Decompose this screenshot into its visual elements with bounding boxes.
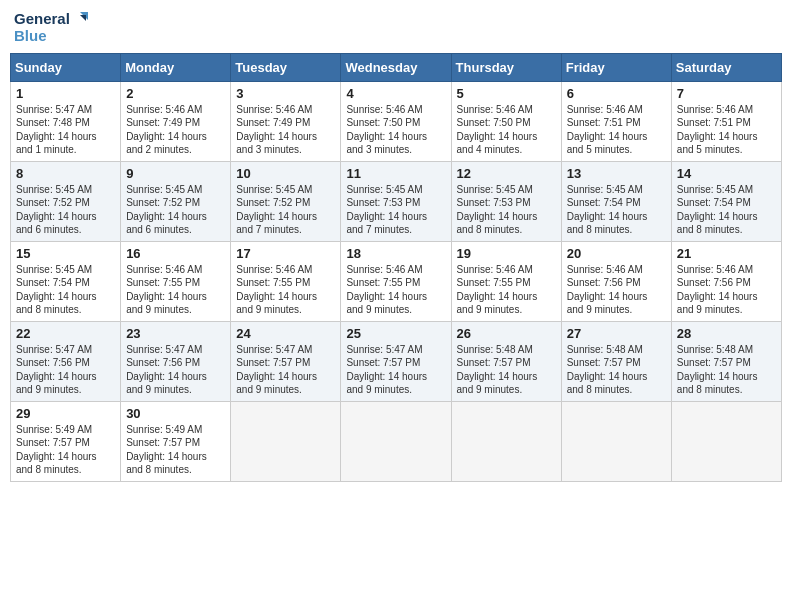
calendar-cell: 23 Sunrise: 5:47 AMSunset: 7:56 PMDaylig… [121, 321, 231, 401]
header-friday: Friday [561, 53, 671, 81]
calendar-table: SundayMondayTuesdayWednesdayThursdayFrid… [10, 53, 782, 482]
calendar-cell: 26 Sunrise: 5:48 AMSunset: 7:57 PMDaylig… [451, 321, 561, 401]
calendar-cell: 1 Sunrise: 5:47 AMSunset: 7:48 PMDayligh… [11, 81, 121, 161]
day-number: 2 [126, 86, 225, 101]
logo: General Blue [14, 10, 90, 45]
logo-general: General [14, 11, 70, 28]
day-number: 20 [567, 246, 666, 261]
calendar-cell: 22 Sunrise: 5:47 AMSunset: 7:56 PMDaylig… [11, 321, 121, 401]
day-number: 28 [677, 326, 776, 341]
calendar-cell: 30 Sunrise: 5:49 AMSunset: 7:57 PMDaylig… [121, 401, 231, 481]
cell-info: Sunrise: 5:49 AMSunset: 7:57 PMDaylight:… [126, 424, 207, 476]
day-number: 11 [346, 166, 445, 181]
calendar-cell: 20 Sunrise: 5:46 AMSunset: 7:56 PMDaylig… [561, 241, 671, 321]
cell-info: Sunrise: 5:46 AMSunset: 7:55 PMDaylight:… [346, 264, 427, 316]
calendar-cell: 2 Sunrise: 5:46 AMSunset: 7:49 PMDayligh… [121, 81, 231, 161]
day-number: 13 [567, 166, 666, 181]
logo-icon [72, 10, 90, 28]
header-sunday: Sunday [11, 53, 121, 81]
page-header: General Blue [10, 10, 782, 45]
calendar-cell: 13 Sunrise: 5:45 AMSunset: 7:54 PMDaylig… [561, 161, 671, 241]
cell-info: Sunrise: 5:45 AMSunset: 7:52 PMDaylight:… [126, 184, 207, 236]
calendar-cell: 9 Sunrise: 5:45 AMSunset: 7:52 PMDayligh… [121, 161, 231, 241]
header-saturday: Saturday [671, 53, 781, 81]
svg-marker-1 [80, 15, 86, 21]
header-thursday: Thursday [451, 53, 561, 81]
calendar-cell [231, 401, 341, 481]
cell-info: Sunrise: 5:46 AMSunset: 7:55 PMDaylight:… [236, 264, 317, 316]
day-number: 6 [567, 86, 666, 101]
calendar-cell [341, 401, 451, 481]
day-number: 15 [16, 246, 115, 261]
cell-info: Sunrise: 5:48 AMSunset: 7:57 PMDaylight:… [677, 344, 758, 396]
day-number: 4 [346, 86, 445, 101]
calendar-cell: 25 Sunrise: 5:47 AMSunset: 7:57 PMDaylig… [341, 321, 451, 401]
day-number: 14 [677, 166, 776, 181]
calendar-cell: 21 Sunrise: 5:46 AMSunset: 7:56 PMDaylig… [671, 241, 781, 321]
cell-info: Sunrise: 5:46 AMSunset: 7:55 PMDaylight:… [457, 264, 538, 316]
cell-info: Sunrise: 5:48 AMSunset: 7:57 PMDaylight:… [457, 344, 538, 396]
calendar-week-row: 15 Sunrise: 5:45 AMSunset: 7:54 PMDaylig… [11, 241, 782, 321]
cell-info: Sunrise: 5:46 AMSunset: 7:50 PMDaylight:… [457, 104, 538, 156]
calendar-cell [561, 401, 671, 481]
calendar-cell [451, 401, 561, 481]
calendar-cell: 6 Sunrise: 5:46 AMSunset: 7:51 PMDayligh… [561, 81, 671, 161]
day-number: 29 [16, 406, 115, 421]
header-tuesday: Tuesday [231, 53, 341, 81]
calendar-week-row: 29 Sunrise: 5:49 AMSunset: 7:57 PMDaylig… [11, 401, 782, 481]
cell-info: Sunrise: 5:45 AMSunset: 7:53 PMDaylight:… [346, 184, 427, 236]
day-number: 16 [126, 246, 225, 261]
cell-info: Sunrise: 5:49 AMSunset: 7:57 PMDaylight:… [16, 424, 97, 476]
day-number: 1 [16, 86, 115, 101]
calendar-cell: 5 Sunrise: 5:46 AMSunset: 7:50 PMDayligh… [451, 81, 561, 161]
calendar-header-row: SundayMondayTuesdayWednesdayThursdayFrid… [11, 53, 782, 81]
cell-info: Sunrise: 5:45 AMSunset: 7:54 PMDaylight:… [16, 264, 97, 316]
cell-info: Sunrise: 5:46 AMSunset: 7:56 PMDaylight:… [567, 264, 648, 316]
cell-info: Sunrise: 5:46 AMSunset: 7:51 PMDaylight:… [677, 104, 758, 156]
calendar-cell: 12 Sunrise: 5:45 AMSunset: 7:53 PMDaylig… [451, 161, 561, 241]
calendar-week-row: 1 Sunrise: 5:47 AMSunset: 7:48 PMDayligh… [11, 81, 782, 161]
calendar-cell: 18 Sunrise: 5:46 AMSunset: 7:55 PMDaylig… [341, 241, 451, 321]
day-number: 10 [236, 166, 335, 181]
day-number: 18 [346, 246, 445, 261]
calendar-cell: 11 Sunrise: 5:45 AMSunset: 7:53 PMDaylig… [341, 161, 451, 241]
calendar-cell: 27 Sunrise: 5:48 AMSunset: 7:57 PMDaylig… [561, 321, 671, 401]
header-wednesday: Wednesday [341, 53, 451, 81]
cell-info: Sunrise: 5:47 AMSunset: 7:56 PMDaylight:… [16, 344, 97, 396]
day-number: 7 [677, 86, 776, 101]
calendar-cell: 28 Sunrise: 5:48 AMSunset: 7:57 PMDaylig… [671, 321, 781, 401]
cell-info: Sunrise: 5:46 AMSunset: 7:49 PMDaylight:… [236, 104, 317, 156]
day-number: 17 [236, 246, 335, 261]
day-number: 26 [457, 326, 556, 341]
calendar-cell: 10 Sunrise: 5:45 AMSunset: 7:52 PMDaylig… [231, 161, 341, 241]
calendar-cell: 29 Sunrise: 5:49 AMSunset: 7:57 PMDaylig… [11, 401, 121, 481]
day-number: 27 [567, 326, 666, 341]
calendar-cell: 16 Sunrise: 5:46 AMSunset: 7:55 PMDaylig… [121, 241, 231, 321]
cell-info: Sunrise: 5:46 AMSunset: 7:50 PMDaylight:… [346, 104, 427, 156]
calendar-cell [671, 401, 781, 481]
logo-container: General Blue [14, 10, 90, 45]
day-number: 24 [236, 326, 335, 341]
cell-info: Sunrise: 5:47 AMSunset: 7:57 PMDaylight:… [346, 344, 427, 396]
cell-info: Sunrise: 5:45 AMSunset: 7:53 PMDaylight:… [457, 184, 538, 236]
day-number: 22 [16, 326, 115, 341]
calendar-cell: 19 Sunrise: 5:46 AMSunset: 7:55 PMDaylig… [451, 241, 561, 321]
calendar-cell: 7 Sunrise: 5:46 AMSunset: 7:51 PMDayligh… [671, 81, 781, 161]
calendar-cell: 24 Sunrise: 5:47 AMSunset: 7:57 PMDaylig… [231, 321, 341, 401]
cell-info: Sunrise: 5:45 AMSunset: 7:52 PMDaylight:… [236, 184, 317, 236]
calendar-week-row: 22 Sunrise: 5:47 AMSunset: 7:56 PMDaylig… [11, 321, 782, 401]
cell-info: Sunrise: 5:47 AMSunset: 7:56 PMDaylight:… [126, 344, 207, 396]
calendar-cell: 4 Sunrise: 5:46 AMSunset: 7:50 PMDayligh… [341, 81, 451, 161]
day-number: 21 [677, 246, 776, 261]
day-number: 12 [457, 166, 556, 181]
cell-info: Sunrise: 5:48 AMSunset: 7:57 PMDaylight:… [567, 344, 648, 396]
cell-info: Sunrise: 5:47 AMSunset: 7:48 PMDaylight:… [16, 104, 97, 156]
cell-info: Sunrise: 5:46 AMSunset: 7:55 PMDaylight:… [126, 264, 207, 316]
calendar-cell: 8 Sunrise: 5:45 AMSunset: 7:52 PMDayligh… [11, 161, 121, 241]
cell-info: Sunrise: 5:46 AMSunset: 7:56 PMDaylight:… [677, 264, 758, 316]
cell-info: Sunrise: 5:47 AMSunset: 7:57 PMDaylight:… [236, 344, 317, 396]
logo-blue: Blue [14, 28, 47, 45]
calendar-cell: 17 Sunrise: 5:46 AMSunset: 7:55 PMDaylig… [231, 241, 341, 321]
cell-info: Sunrise: 5:46 AMSunset: 7:51 PMDaylight:… [567, 104, 648, 156]
cell-info: Sunrise: 5:45 AMSunset: 7:54 PMDaylight:… [677, 184, 758, 236]
